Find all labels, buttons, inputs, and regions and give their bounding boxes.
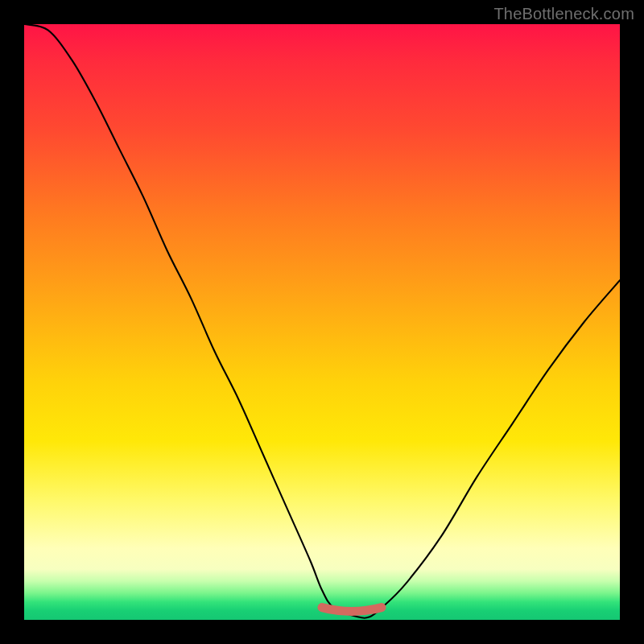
- chart-frame: TheBottleneck.com: [0, 0, 644, 644]
- highlight-band: [322, 608, 382, 612]
- plot-area: [24, 24, 620, 620]
- bottleneck-curve-svg: [24, 24, 620, 620]
- bottleneck-curve: [24, 24, 620, 618]
- watermark-text: TheBottleneck.com: [493, 5, 634, 23]
